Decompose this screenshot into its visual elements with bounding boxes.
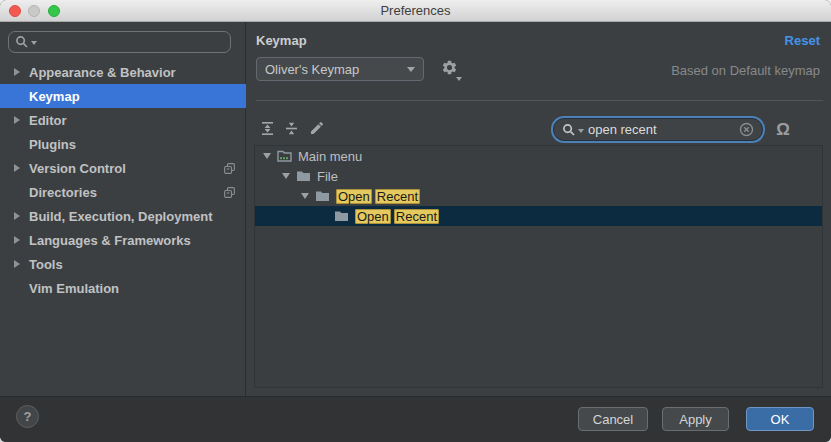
search-match-chip: Recent: [375, 189, 420, 204]
sidebar-item-label: Build, Execution, Deployment: [29, 209, 212, 224]
find-by-shortcut-button[interactable]: Ω: [772, 119, 794, 141]
keymap-tree: Main menu File OpenRecent OpenRecent: [254, 145, 823, 388]
chevron-right-icon[interactable]: [14, 260, 20, 268]
sidebar-item-vim-emulation[interactable]: Vim Emulation: [0, 276, 246, 300]
chevron-right-icon[interactable]: [14, 236, 20, 244]
chevron-right-icon[interactable]: [14, 212, 20, 220]
gear-icon: [441, 59, 465, 76]
tree-row-label: OpenRecent: [355, 209, 439, 224]
cancel-button[interactable]: Cancel: [578, 407, 648, 431]
sidebar-item-keymap[interactable]: Keymap: [0, 84, 246, 108]
sidebar-item-label: Directories: [29, 185, 97, 200]
sidebar-item-plugins[interactable]: Plugins: [0, 132, 246, 156]
sidebar-item-tools[interactable]: Tools: [0, 252, 246, 276]
footer-bar: ? Cancel Apply OK: [0, 396, 831, 442]
apply-button[interactable]: Apply: [662, 407, 729, 431]
edit-shortcut-button[interactable]: [308, 119, 326, 137]
sidebar-item-label: Vim Emulation: [29, 281, 119, 296]
collapse-all-icon: [284, 121, 299, 136]
main-menu-icon: [277, 149, 293, 163]
window-title: Preferences: [0, 0, 831, 22]
clear-icon[interactable]: [739, 122, 754, 137]
chevron-right-icon[interactable]: [14, 164, 20, 172]
action-search-input[interactable]: open recent: [553, 118, 763, 141]
find-by-shortcut-icon: Ω: [776, 120, 790, 139]
shared-settings-icon: [223, 186, 236, 199]
tree-indent: [263, 176, 282, 177]
tree-indent: [263, 196, 301, 197]
search-options-caret-icon[interactable]: [578, 129, 584, 133]
sidebar-item-editor[interactable]: Editor: [0, 108, 246, 132]
sidebar-search-input[interactable]: [8, 31, 231, 53]
tree-row[interactable]: OpenRecent: [255, 186, 822, 206]
sidebar-item-label: Editor: [29, 113, 67, 128]
based-on-label: Based on Default keymap: [671, 63, 820, 78]
search-match-chip: Open: [336, 189, 372, 204]
keymap-settings-button[interactable]: [441, 59, 465, 81]
chevron-down-icon: [407, 67, 415, 72]
tree-row[interactable]: OpenRecent: [255, 206, 822, 226]
expand-all-icon: [260, 121, 275, 136]
sidebar-item-label: Version Control: [29, 161, 126, 176]
page-title: Keymap: [256, 33, 307, 48]
chevron-down-icon[interactable]: [301, 193, 309, 199]
sidebar-item-label: Plugins: [29, 137, 76, 152]
help-icon: ?: [24, 409, 32, 424]
keymap-dropdown[interactable]: Oliver's Keymap: [256, 57, 424, 81]
folder-icon: [296, 169, 312, 183]
chevron-right-icon[interactable]: [14, 116, 20, 124]
chevron-down-icon[interactable]: [263, 153, 271, 159]
settings-sidebar: Appearance & Behavior Keymap Editor Plug…: [0, 22, 246, 396]
search-match-chip: Recent: [394, 209, 439, 224]
header-separator: [256, 100, 823, 101]
tree-row-label: OpenRecent: [336, 189, 420, 204]
search-icon: [562, 123, 576, 137]
sidebar-item-label: Tools: [29, 257, 63, 272]
preferences-window: Preferences Appearance & Behavior Keymap…: [0, 0, 831, 442]
tree-row-label: File: [317, 169, 338, 184]
search-options-caret-icon[interactable]: [31, 41, 37, 45]
tree-indent: [263, 216, 320, 217]
search-icon: [15, 35, 29, 49]
sidebar-item-directories[interactable]: Directories: [0, 180, 246, 204]
folder-icon: [315, 189, 331, 203]
keymap-panel: Keymap Reset Oliver's Keymap Based on De…: [247, 22, 831, 396]
sidebar-item-appearance-behavior[interactable]: Appearance & Behavior: [0, 60, 246, 84]
chevron-down-icon[interactable]: [282, 173, 290, 179]
ok-button[interactable]: OK: [746, 407, 814, 431]
expand-all-button[interactable]: [258, 119, 276, 137]
shared-settings-icon: [223, 162, 236, 175]
title-bar: Preferences: [0, 0, 831, 22]
folder-icon: [334, 209, 350, 223]
collapse-all-button[interactable]: [282, 119, 300, 137]
sidebar-item-label: Languages & Frameworks: [29, 233, 191, 248]
sidebar-item-label: Appearance & Behavior: [29, 65, 176, 80]
sidebar-item-version-control[interactable]: Version Control: [0, 156, 246, 180]
tree-row-label: Main menu: [298, 149, 362, 164]
gear-caret-icon: [456, 77, 462, 81]
sidebar-nav: Appearance & Behavior Keymap Editor Plug…: [0, 60, 246, 300]
help-button[interactable]: ?: [16, 405, 39, 428]
search-match-chip: Open: [355, 209, 391, 224]
action-search-value: open recent: [588, 122, 739, 137]
sidebar-item-build-execution-deployment[interactable]: Build, Execution, Deployment: [0, 204, 246, 228]
sidebar-item-languages-frameworks[interactable]: Languages & Frameworks: [0, 228, 246, 252]
keymap-dropdown-value: Oliver's Keymap: [265, 62, 359, 77]
reset-link[interactable]: Reset: [785, 33, 820, 48]
chevron-right-icon[interactable]: [14, 68, 20, 76]
tree-row[interactable]: File: [255, 166, 822, 186]
sidebar-item-label: Keymap: [29, 89, 80, 104]
tree-row[interactable]: Main menu: [255, 146, 822, 166]
edit-pencil-icon: [309, 120, 325, 136]
